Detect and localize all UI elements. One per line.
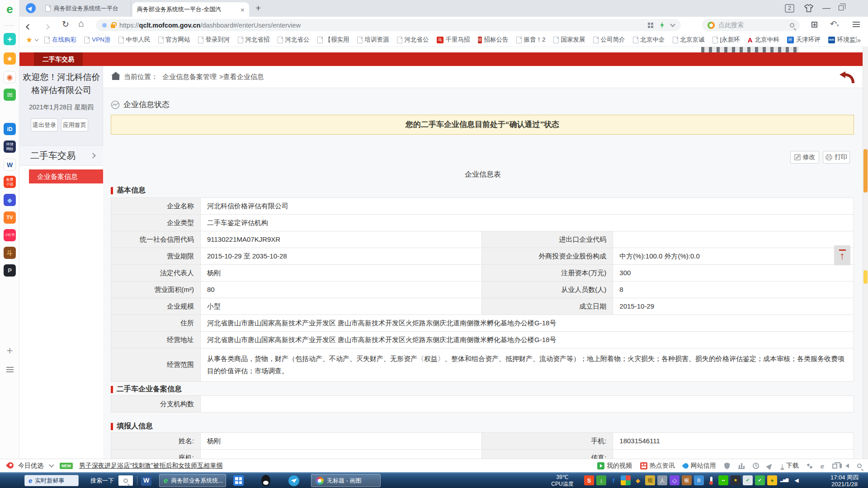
wechat-icon[interactable]: ●● bbox=[718, 475, 728, 485]
back-icon[interactable] bbox=[27, 23, 31, 31]
bookmark-item[interactable]: A北京中科 bbox=[748, 36, 779, 44]
tv-app-icon[interactable]: TV bbox=[4, 211, 16, 224]
speed-mode-icon[interactable] bbox=[660, 22, 665, 28]
network-signal-icon[interactable]: ▂▅▇ bbox=[779, 475, 789, 485]
browser-360-logo-icon[interactable]: e bbox=[4, 3, 16, 15]
blue-device-icon[interactable]: B bbox=[694, 475, 704, 485]
bookmark-item[interactable]: 官方网站 bbox=[158, 36, 190, 44]
site-info-icon[interactable] bbox=[102, 23, 107, 28]
app-box-icon[interactable]: ★ bbox=[731, 475, 741, 485]
bookmark-item[interactable]: 北京中企 bbox=[633, 36, 665, 44]
bookmark-item[interactable]: 公司简介 bbox=[593, 36, 625, 44]
gold-plate-icon[interactable]: 能 bbox=[645, 475, 655, 485]
favorites-star-icon[interactable]: ★ bbox=[26, 35, 33, 45]
add-app-icon[interactable]: + bbox=[4, 344, 16, 357]
favorites-star-icon[interactable]: ★ bbox=[4, 52, 16, 65]
compass-nav-icon[interactable] bbox=[26, 3, 36, 13]
usb-eject-icon[interactable]: ✔ bbox=[743, 475, 753, 485]
free-novel-icon[interactable]: 免费小说 bbox=[4, 176, 16, 188]
logout-button[interactable]: 退出登录 bbox=[31, 118, 58, 131]
scrollbar-thumb[interactable] bbox=[863, 149, 868, 192]
history-clock-tool[interactable] bbox=[753, 463, 759, 469]
page-scrollbar[interactable] bbox=[863, 47, 868, 459]
dock-menu-icon[interactable] bbox=[4, 363, 16, 375]
edit-button[interactable]: 修改 bbox=[790, 151, 819, 164]
assistant-icon[interactable]: 人 bbox=[657, 475, 667, 485]
qr-code-icon[interactable] bbox=[648, 23, 653, 28]
browser-taskbar-button[interactable]: e 商务部业务系统统... bbox=[159, 474, 226, 487]
restore-window-icon[interactable] bbox=[839, 5, 844, 10]
find-tool[interactable] bbox=[857, 464, 862, 468]
bookmark-item[interactable]: 中华人民 bbox=[118, 36, 151, 44]
qq-taskbar-icon[interactable] bbox=[261, 475, 270, 486]
app-home-button[interactable]: 应用首页 bbox=[61, 118, 88, 131]
tab-count-badge[interactable]: 2 bbox=[785, 4, 794, 13]
mail-icon[interactable]: ✉ bbox=[4, 89, 16, 101]
online-school-icon[interactable]: 环球网校 bbox=[4, 141, 16, 153]
bookmark-item[interactable]: VPN游 bbox=[84, 36, 110, 44]
footprint-tool[interactable] bbox=[807, 463, 812, 469]
skin-theme-icon[interactable] bbox=[803, 4, 814, 14]
flash-icon[interactable]: f bbox=[609, 475, 618, 485]
volume-icon[interactable]: ◀ bbox=[792, 475, 802, 485]
amber-shield-icon[interactable]: + bbox=[767, 475, 777, 485]
bookmark-item[interactable]: [永新环 bbox=[712, 36, 740, 44]
today-picks-label[interactable]: 今日优选 bbox=[18, 462, 43, 470]
bookmark-item[interactable]: 环天津环评 bbox=[787, 36, 821, 44]
browser-menu-icon[interactable] bbox=[853, 22, 860, 23]
search-box[interactable]: 点此搜索 bbox=[702, 19, 800, 31]
minimize-window-icon[interactable]: — bbox=[822, 3, 830, 13]
breadcrumb-section-link[interactable]: 企业信息备案管理 bbox=[162, 73, 217, 81]
multiwindow-tool[interactable] bbox=[832, 464, 837, 469]
search-icon[interactable] bbox=[790, 23, 794, 28]
new-tab-button[interactable]: + bbox=[255, 3, 261, 14]
paint3d-icon[interactable]: ◇ bbox=[670, 475, 679, 485]
sidebar-item-enterprise-record[interactable]: 企业备案信息 bbox=[29, 169, 103, 183]
sidebar-menu-used-car[interactable]: 二手车交易 bbox=[19, 145, 103, 166]
browser-tab[interactable]: 商务部业务系统统一平台 bbox=[41, 0, 131, 17]
bookmark-item[interactable]: 河北省公 bbox=[278, 36, 310, 44]
apps-grid-icon[interactable] bbox=[811, 22, 817, 28]
rocket-tool[interactable] bbox=[767, 463, 773, 469]
monkey-icon[interactable]: 猴 bbox=[682, 475, 692, 485]
sogou-input-icon[interactable]: S bbox=[584, 475, 594, 485]
forward-icon[interactable] bbox=[45, 23, 49, 31]
bookmark-item[interactable]: 国家发展 bbox=[553, 36, 585, 44]
site-credit-tool[interactable]: 网站信用 bbox=[683, 462, 716, 470]
paint-taskbar-button[interactable]: 无标题 - 画图 bbox=[311, 474, 381, 487]
game-app-icon[interactable]: ◆ bbox=[4, 194, 16, 206]
home-icon[interactable]: ⌂ bbox=[78, 18, 84, 29]
refresh-icon[interactable]: ↻ bbox=[62, 19, 69, 29]
news-feed-toolbar[interactable]: e 实时新鲜事 bbox=[24, 475, 79, 486]
green-shield-icon[interactable]: ✔ bbox=[755, 475, 765, 485]
bookmark-item[interactable]: 培训资源 bbox=[357, 36, 389, 44]
undo-icon[interactable]: ↶▾ bbox=[830, 19, 839, 29]
taskbar-search-label[interactable]: 搜索一下 bbox=[90, 477, 114, 485]
telegram-taskbar-icon[interactable] bbox=[288, 475, 299, 486]
thermometer-icon[interactable] bbox=[706, 475, 716, 485]
print-button[interactable]: 打印 bbox=[823, 151, 850, 164]
favorites-caret-icon[interactable] bbox=[35, 38, 38, 41]
bookmark-item[interactable]: 招招标公告 bbox=[478, 36, 509, 44]
game2-app-icon[interactable]: 斗 bbox=[4, 247, 16, 259]
bookmarks-overflow-button[interactable]: » bbox=[857, 36, 868, 44]
xiaohongshu-icon[interactable]: 小红书 bbox=[4, 229, 16, 241]
hot-news-tool[interactable]: 热点资讯 bbox=[640, 462, 675, 470]
news-headline-link[interactable]: 男子深夜进足浴店“找刺激”被拒后和女技师互相掌掴 bbox=[79, 462, 222, 470]
chevron-down-icon[interactable] bbox=[49, 462, 54, 467]
bookmark-item[interactable]: 马千里马招 bbox=[437, 36, 470, 44]
return-back-icon[interactable] bbox=[838, 71, 855, 86]
weibo-icon[interactable]: ◉ bbox=[4, 71, 16, 83]
word-taskbar-icon[interactable]: W bbox=[141, 475, 151, 486]
security-center-icon[interactable] bbox=[621, 475, 631, 485]
banner-tab-used-car[interactable]: 二手车交易 bbox=[34, 52, 83, 66]
bookmark-item[interactable]: HVE环境监测 bbox=[828, 36, 857, 44]
download-tool[interactable]: ↓下载 bbox=[781, 462, 799, 470]
play-video-tool[interactable]: 我的视频 bbox=[597, 462, 632, 470]
bookmark-item[interactable]: 河北省公 bbox=[397, 36, 429, 44]
usb-icon[interactable]: ↕ bbox=[596, 475, 606, 485]
ie-compat-tool[interactable]: e bbox=[821, 463, 824, 469]
browser-tab-active[interactable]: 商务部业务系统统一平台-全国汽 × bbox=[132, 2, 249, 17]
bookmark-item[interactable]: 振音！2 bbox=[516, 36, 546, 44]
app-grid-taskbar-icon[interactable] bbox=[233, 475, 244, 486]
